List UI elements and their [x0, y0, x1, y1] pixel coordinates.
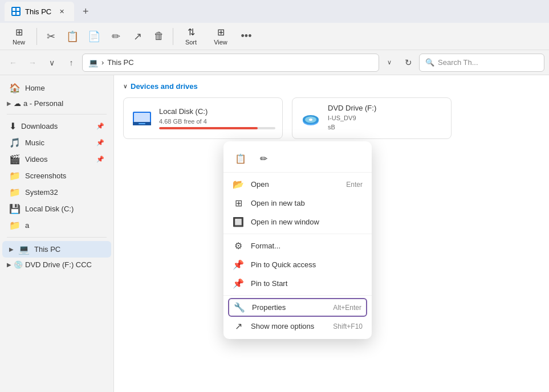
sidebar-separator-1 [7, 114, 107, 115]
new-tab-button[interactable]: + [76, 2, 95, 21]
recent-locations-button[interactable]: ∨ [43, 54, 60, 71]
view-button[interactable]: ⊞ View [206, 25, 235, 48]
drive-detail-dvd-f: I-US_DV9 [328, 115, 444, 121]
sidebar-local-disk-label: Local Disk (C:) [25, 205, 74, 213]
drive-space-local-c: 4.68 GB free of 4 [159, 118, 275, 125]
tab-this-pc[interactable]: This PC ✕ [5, 2, 74, 21]
ctx-item-properties[interactable]: 🔧 Properties Alt+Enter [228, 298, 367, 317]
new-button[interactable]: ⊞ New [5, 25, 33, 48]
paste-button[interactable]: 📄 [84, 26, 104, 47]
search-box[interactable]: 🔍 Search Th... [419, 54, 544, 72]
this-pc-icon: 💻 [18, 244, 30, 255]
drive-item-local-c[interactable]: Local Disk (C:) 4.68 GB free of 4 [123, 97, 283, 139]
ctx-item-pin-quick[interactable]: 📌 Pin to Quick access [223, 255, 372, 274]
sidebar-this-pc-label: This PC [34, 245, 60, 254]
back-button[interactable]: ← [5, 54, 22, 71]
ctx-separator-2 [223, 295, 372, 296]
ctx-pin-quick-label: Pin to Quick access [251, 260, 316, 269]
toolbar: ⊞ New ✂ 📋 📄 ✏ ↗ 🗑 ⇅ Sort ⊞ View ••• [0, 23, 549, 50]
sidebar-item-local-disk[interactable]: 💾 Local Disk (C:) [2, 201, 111, 217]
ctx-open-tab-label: Open in new tab [251, 199, 305, 207]
ctx-item-pin-start[interactable]: 📌 Pin to Start [223, 274, 372, 293]
ctx-open-tab-icon: ⊞ [233, 198, 244, 209]
cut-button[interactable]: ✂ [40, 26, 61, 47]
expand-dvd-chevron: ▶ [7, 262, 11, 268]
drive-detail2-dvd-f: sB [328, 124, 444, 130]
sidebar-item-videos[interactable]: 🎬 Videos 📌 [2, 151, 111, 168]
ctx-show-more-label: Show more options [251, 322, 314, 330]
ctx-open-label: Open [251, 180, 269, 189]
ctx-show-more-icon: ↗ [233, 321, 244, 332]
address-path[interactable]: 💻 › This PC [82, 54, 379, 72]
path-separator: › [101, 58, 104, 67]
svg-rect-3 [17, 12, 19, 15]
up-button[interactable]: ↑ [63, 54, 80, 71]
sidebar: 🏠 Home ▶ ☁ a - Personal ⬇ Downloads 📌 🎵 … [0, 75, 114, 392]
music-icon: 🎵 [9, 137, 21, 148]
ctx-item-open[interactable]: 📂 Open Enter [223, 175, 372, 194]
ctx-rename-icon: ✏ [260, 153, 267, 164]
refresh-button[interactable]: ↻ [400, 54, 417, 71]
svg-rect-2 [13, 12, 15, 15]
sidebar-dvd-label: DVD Drive (F:) CCC [25, 260, 92, 269]
ctx-open-window-icon: 🔲 [233, 217, 244, 227]
a-personal-icon: ☁ [14, 99, 21, 108]
svg-rect-7 [139, 123, 145, 124]
drives-grid: Local Disk (C:) 4.68 GB free of 4 [123, 97, 540, 139]
ctx-separator-1 [223, 234, 372, 234]
sidebar-screenshots-label: Screenshots [25, 172, 66, 180]
copy-button[interactable]: 📋 [62, 26, 83, 47]
pin-icon-music: 📌 [96, 139, 104, 146]
sidebar-item-dvd-drive[interactable]: ▶ 💿 DVD Drive (F:) CCC [2, 258, 111, 272]
sidebar-item-music[interactable]: 🎵 Music 📌 [2, 134, 111, 151]
sidebar-item-screenshots[interactable]: 📁 Screenshots [2, 168, 111, 184]
ctx-item-format[interactable]: ⚙ Format... [223, 236, 372, 255]
ctx-item-show-more[interactable]: ↗ Show more options Shift+F10 [223, 317, 372, 336]
sidebar-a-personal-label: a - Personal [23, 99, 63, 108]
ctx-pin-start-label: Pin to Start [251, 279, 287, 288]
sort-button[interactable]: ⇅ Sort [177, 25, 205, 48]
view-icon: ⊞ [217, 27, 225, 38]
system32-icon: 📁 [9, 187, 21, 198]
rename-button[interactable]: ✏ [105, 26, 126, 47]
sidebar-item-a[interactable]: 📁 a [2, 217, 111, 234]
drive-info-local-c: Local Disk (C:) 4.68 GB free of 4 [159, 107, 275, 129]
sidebar-item-system32[interactable]: 📁 System32 [2, 184, 111, 201]
delete-button[interactable]: 🗑 [149, 26, 169, 47]
sidebar-item-downloads[interactable]: ⬇ Downloads 📌 [2, 118, 111, 134]
tab-close-button[interactable]: ✕ [56, 6, 67, 17]
sidebar-separator-2 [7, 237, 107, 238]
sidebar-item-home[interactable]: 🏠 Home [2, 80, 111, 96]
ctx-rename-button[interactable]: ✏ [253, 148, 274, 169]
ctx-item-open-new-window[interactable]: 🔲 Open in new window [223, 213, 372, 231]
videos-icon: 🎬 [9, 154, 21, 165]
address-bar: ← → ∨ ↑ 💻 › This PC ∨ ↻ 🔍 Search Th... [0, 50, 549, 75]
share-button[interactable]: ↗ [127, 26, 148, 47]
search-placeholder: Search Th... [438, 58, 478, 67]
drive-icon-local-c [131, 107, 153, 130]
ctx-open-window-label: Open in new window [251, 218, 319, 226]
sidebar-expand-a-personal[interactable]: ▶ ☁ a - Personal [2, 96, 111, 111]
dvd-icon: 💿 [14, 260, 23, 269]
ctx-format-label: Format... [251, 242, 280, 250]
forward-button[interactable]: → [24, 54, 41, 71]
devices-section-header[interactable]: ∨ Devices and drives [123, 82, 540, 91]
toolbar-separator-1 [36, 28, 37, 45]
path-label: This PC [107, 58, 133, 67]
svg-rect-5 [134, 113, 150, 123]
ctx-pin-start-icon: 📌 [233, 278, 244, 289]
sidebar-item-this-pc[interactable]: ▶ 💻 This PC [2, 241, 111, 258]
screenshots-icon: 📁 [9, 170, 21, 181]
context-menu-top-icons: 📋 ✏ [223, 145, 372, 173]
more-button[interactable]: ••• [236, 26, 257, 47]
ctx-item-open-new-tab[interactable]: ⊞ Open in new tab [223, 194, 372, 213]
a-folder-icon: 📁 [9, 220, 21, 231]
ctx-copy-button[interactable]: 📋 [230, 148, 251, 169]
sort-icon: ⇅ [188, 27, 195, 38]
drive-item-dvd-f[interactable]: DVD Drive (F:) I-US_DV9 sB [292, 97, 452, 139]
sidebar-item-home-label: Home [25, 84, 45, 92]
ctx-format-icon: ⚙ [233, 240, 244, 251]
address-dropdown-button[interactable]: ∨ [381, 54, 397, 71]
tab-icon [11, 7, 21, 16]
title-bar: This PC ✕ + [0, 0, 549, 23]
